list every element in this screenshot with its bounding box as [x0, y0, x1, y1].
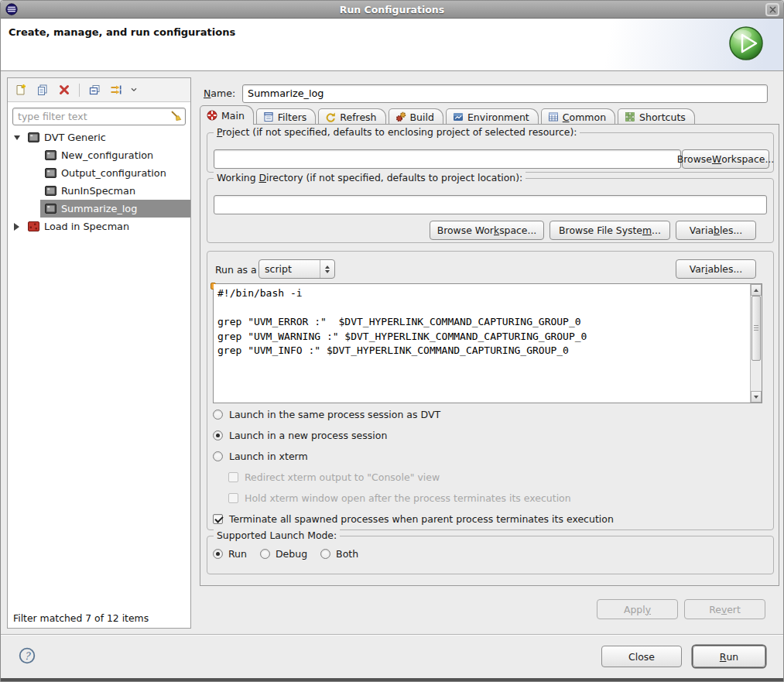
tab-main[interactable]: Main — [200, 105, 254, 125]
dialog-footer: ? Close Run — [1, 634, 783, 680]
radio-mode-run[interactable] — [213, 549, 223, 559]
sidebar-toolbar — [8, 78, 190, 102]
radio-xterm[interactable] — [213, 451, 223, 461]
script-textarea[interactable]: #!/bin/bash -i grep "UVM_ERROR :" $DVT_H… — [214, 284, 751, 403]
refresh-tab-icon — [325, 111, 336, 122]
tab-environment[interactable]: Environment — [446, 108, 539, 125]
option-label: Run — [228, 548, 247, 560]
revert-button: Revert — [684, 599, 765, 619]
expander-collapsed-icon[interactable] — [14, 223, 23, 231]
build-tab-icon — [395, 111, 406, 122]
common-tab-icon — [548, 111, 559, 122]
name-label: Name: — [204, 87, 235, 99]
name-input[interactable] — [242, 84, 768, 103]
tab-common[interactable]: Common — [541, 108, 615, 125]
shortcuts-tab-icon — [625, 111, 635, 122]
working-directory-input[interactable] — [214, 195, 767, 214]
project-browse-workspace-button[interactable]: Browse Workspace... — [682, 149, 769, 169]
launch-option-new-session: Launch in a new process session — [213, 425, 768, 445]
dialog-header: Create, manage, and run configurations — [1, 19, 783, 71]
script-scrollbar[interactable] — [750, 284, 762, 403]
workdir-browse-filesystem-button[interactable]: Browse File System... — [549, 221, 670, 240]
config-type-icon — [45, 168, 56, 178]
run-as-label: Run as a — [215, 264, 257, 276]
run-configurations-dialog: Run Configurations Create, manage, and r… — [0, 0, 784, 682]
workdir-variables-button[interactable]: Variables... — [676, 221, 756, 240]
checkbox-hold-xterm — [228, 493, 238, 503]
config-type-icon — [45, 204, 56, 214]
filter-match-status: Filter matched 7 of 12 items — [13, 612, 149, 624]
tree-item-output-configuration[interactable]: Output_configuration — [8, 164, 190, 182]
project-input[interactable] — [214, 149, 681, 169]
scrollbar-down-icon[interactable] — [751, 391, 762, 403]
collapse-all-button[interactable] — [85, 81, 104, 99]
working-directory-legend: Working Directory (if not specified, def… — [214, 172, 526, 183]
tree-item-runinspecman[interactable]: RunInSpecman — [8, 182, 190, 200]
workdir-browse-workspace-button[interactable]: Browse Workspace... — [430, 221, 544, 240]
launch-mode-legend: Supported Launch Mode: — [214, 529, 340, 541]
option-label: Redirect xterm output to "Console" view — [245, 471, 440, 483]
radio-mode-debug[interactable] — [260, 549, 270, 559]
new-configuration-button[interactable] — [12, 81, 30, 99]
tab-label: Environment — [467, 111, 529, 123]
filter-configurations-button[interactable] — [107, 81, 125, 99]
toolbar-menu-button[interactable] — [128, 81, 139, 99]
configuration-editor: Name: Main Filters Refresh Build E — [198, 77, 779, 629]
radio-mode-both[interactable] — [320, 549, 330, 559]
option-label: Launch in a new process session — [229, 430, 387, 441]
apply-revert-buttons: Apply Revert — [597, 599, 765, 619]
tab-label: Common — [563, 111, 606, 123]
radio-new-session[interactable] — [213, 430, 223, 440]
tree-item-summarize-log[interactable]: Summarize_log — [8, 200, 190, 218]
duplicate-configuration-button[interactable] — [33, 81, 52, 99]
apply-button: Apply — [597, 599, 678, 619]
project-group: Project (if not specified, defaults to e… — [207, 132, 774, 173]
tree-item-label: Output_configuration — [61, 167, 166, 179]
scrollbar-thumb[interactable] — [751, 296, 761, 361]
filter-icon — [110, 84, 122, 96]
filters-tab-icon — [263, 111, 274, 122]
delete-configuration-button[interactable] — [55, 81, 74, 99]
tab-refresh[interactable]: Refresh — [318, 108, 385, 125]
script-variables-button[interactable]: Variables... — [676, 259, 756, 279]
tab-shortcuts[interactable]: Shortcuts — [618, 108, 695, 125]
run-button[interactable]: Run — [693, 646, 765, 667]
mode-option-both: Both — [320, 548, 358, 560]
filter-input[interactable] — [12, 108, 186, 125]
scrollbar-up-icon[interactable] — [751, 284, 762, 296]
script-group: Run as a script Variables... #!/bin/bash… — [207, 251, 774, 530]
help-icon: ? — [19, 647, 36, 664]
tree-item-load-in-specman[interactable]: Load in Specman — [8, 218, 190, 235]
launch-mode-group: Supported Launch Mode: Run Debug Both — [207, 536, 774, 574]
titlebar[interactable]: Run Configurations — [1, 1, 783, 19]
radio-same-session[interactable] — [213, 410, 223, 420]
main-tab-content: Project (if not specified, defaults to e… — [200, 124, 779, 586]
header-message: Create, manage, and run configurations — [9, 26, 235, 38]
run-wizard-icon — [728, 25, 765, 62]
launch-mode-options: Run Debug Both — [213, 548, 365, 560]
run-as-combo[interactable]: script — [258, 259, 335, 279]
clear-filter-icon[interactable] — [170, 110, 183, 122]
tab-build[interactable]: Build — [389, 108, 443, 125]
chevron-down-icon — [131, 87, 137, 92]
help-button[interactable]: ? — [19, 647, 36, 664]
name-row: Name: — [204, 84, 768, 103]
working-directory-buttons: Browse Workspace... Browse File System..… — [430, 221, 756, 240]
expander-expanded-icon[interactable] — [14, 135, 23, 140]
config-type-icon — [28, 132, 39, 142]
mode-option-run: Run — [213, 548, 247, 560]
tab-filters[interactable]: Filters — [256, 108, 316, 125]
close-window-button[interactable] — [765, 3, 779, 16]
terminate-option: Terminate all spawned processes when par… — [213, 509, 768, 529]
tree-item-dvt-generic[interactable]: DVT Generic — [8, 129, 190, 146]
working-directory-group: Working Directory (if not specified, def… — [207, 178, 774, 243]
close-button[interactable]: Close — [601, 646, 682, 667]
tab-label: Main — [221, 110, 245, 122]
tree-item-label: DVT Generic — [44, 132, 106, 143]
tree-item-new-configuration[interactable]: New_configuration — [8, 146, 190, 164]
xterm-option-redirect: Redirect xterm output to "Console" view — [213, 467, 768, 487]
window-title: Run Configurations — [1, 1, 783, 19]
tab-bar: Main Filters Refresh Build Environment C… — [200, 107, 697, 125]
tab-label: Shortcuts — [639, 111, 686, 123]
checkbox-terminate-spawned[interactable] — [213, 514, 223, 524]
